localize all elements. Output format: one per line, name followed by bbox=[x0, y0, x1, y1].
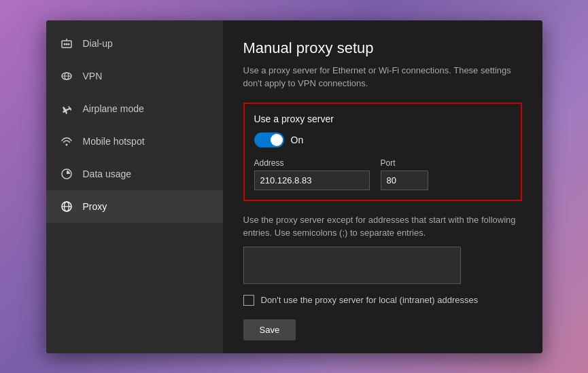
sidebar-item-vpn-label: VPN bbox=[83, 71, 103, 82]
proxy-box-title: Use a proxy server bbox=[254, 113, 511, 124]
sidebar-item-vpn[interactable]: VPN bbox=[46, 60, 223, 92]
local-intranet-label: Don't use the proxy server for local (in… bbox=[261, 295, 479, 305]
sidebar: Dial-up VPN Airplane mode bbox=[46, 20, 223, 353]
sidebar-item-data-usage[interactable]: Data usage bbox=[46, 158, 223, 190]
airplane-icon bbox=[60, 102, 73, 116]
sidebar-item-data-usage-label: Data usage bbox=[83, 168, 132, 179]
toggle-knob bbox=[271, 134, 283, 146]
svg-point-8 bbox=[65, 143, 67, 145]
settings-window: Dial-up VPN Airplane mode bbox=[46, 20, 542, 353]
port-field-group: Port bbox=[381, 158, 428, 190]
port-input[interactable] bbox=[381, 171, 428, 190]
sidebar-item-airplane-mode-label: Airplane mode bbox=[83, 103, 144, 114]
toggle-row: On bbox=[254, 132, 511, 147]
proxy-icon bbox=[60, 200, 73, 213]
address-input[interactable] bbox=[254, 171, 370, 190]
sidebar-item-proxy-label: Proxy bbox=[83, 201, 107, 212]
proxy-toggle[interactable] bbox=[254, 132, 284, 147]
page-title: Manual proxy setup bbox=[243, 39, 522, 57]
vpn-icon bbox=[60, 69, 73, 83]
save-button[interactable]: Save bbox=[243, 319, 296, 340]
exceptions-description: Use the proxy server except for addresse… bbox=[243, 213, 522, 240]
page-description: Use a proxy server for Ethernet or Wi-Fi… bbox=[243, 64, 522, 90]
exceptions-textarea[interactable] bbox=[243, 247, 461, 284]
svg-point-2 bbox=[65, 43, 67, 45]
sidebar-item-dial-up[interactable]: Dial-up bbox=[46, 27, 223, 60]
sidebar-item-dial-up-label: Dial-up bbox=[83, 38, 113, 49]
sidebar-item-mobile-hotspot[interactable]: Mobile hotspot bbox=[46, 125, 223, 158]
local-intranet-checkbox[interactable] bbox=[243, 295, 254, 306]
sidebar-item-airplane-mode[interactable]: Airplane mode bbox=[46, 92, 223, 125]
sidebar-item-mobile-hotspot-label: Mobile hotspot bbox=[83, 136, 145, 147]
main-content: Manual proxy setup Use a proxy server fo… bbox=[223, 20, 542, 353]
address-field-group: Address bbox=[254, 158, 370, 190]
local-intranet-row: Don't use the proxy server for local (in… bbox=[243, 295, 522, 306]
address-port-row: Address Port bbox=[254, 158, 511, 190]
hotspot-icon bbox=[60, 135, 73, 148]
port-label: Port bbox=[381, 158, 428, 168]
svg-point-1 bbox=[63, 43, 65, 45]
sidebar-item-proxy[interactable]: Proxy bbox=[46, 190, 223, 223]
svg-point-3 bbox=[67, 43, 69, 45]
address-label: Address bbox=[254, 158, 370, 168]
proxy-server-box: Use a proxy server On Address Port bbox=[243, 103, 522, 201]
dial-up-icon bbox=[60, 37, 73, 50]
toggle-on-label: On bbox=[291, 135, 304, 145]
data-usage-icon bbox=[60, 167, 73, 181]
